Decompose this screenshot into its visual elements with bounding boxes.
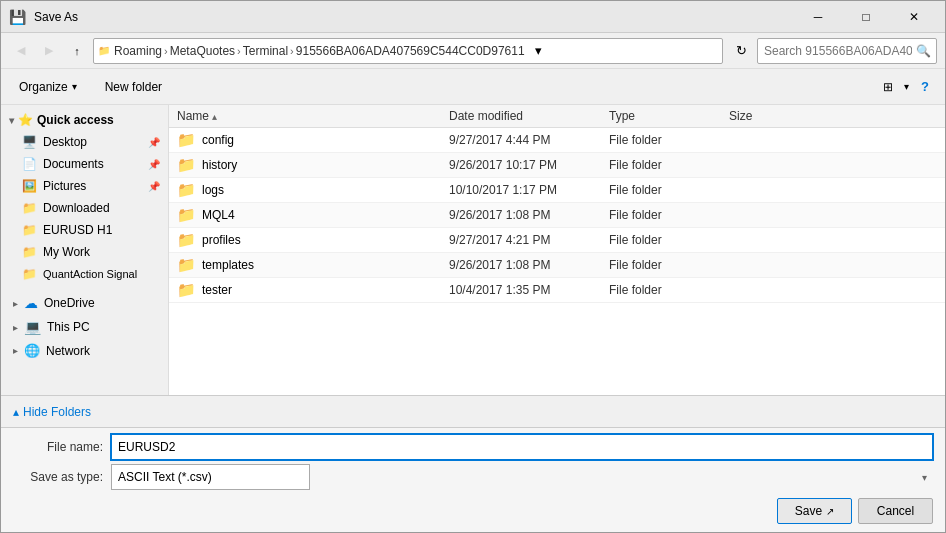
file-rows-container: 📁 config 9/27/2017 4:44 PM File folder 📁… <box>169 128 945 303</box>
folder-icon: 📁 <box>177 181 196 199</box>
up-button[interactable]: ↑ <box>65 39 89 63</box>
pin-icon-docs: 📌 <box>148 159 160 170</box>
sidebar-item-downloaded[interactable]: 📁 Downloaded <box>1 197 168 219</box>
savetype-select[interactable]: ASCII Text (*.csv) CSV (Comma delimited)… <box>111 464 310 490</box>
maximize-button[interactable]: □ <box>843 2 889 32</box>
forward-button[interactable]: ▶ <box>37 39 61 63</box>
table-row[interactable]: 📁 logs 10/10/2017 1:17 PM File folder <box>169 178 945 203</box>
file-type-cell: File folder <box>609 208 729 222</box>
cancel-label: Cancel <box>877 504 914 518</box>
hide-folders-button[interactable]: ▴ Hide Folders <box>13 405 91 419</box>
quick-access-star-icon: ⭐ <box>18 113 33 127</box>
close-button[interactable]: ✕ <box>891 2 937 32</box>
breadcrumb-metaquotes[interactable]: MetaQuotes <box>170 44 235 58</box>
file-name: tester <box>202 283 232 297</box>
breadcrumb-sep-1: › <box>164 45 168 57</box>
file-date-cell: 9/27/2017 4:21 PM <box>449 233 609 247</box>
thispc-label: This PC <box>47 320 90 334</box>
address-dropdown-button[interactable]: ▾ <box>529 39 549 63</box>
thispc-chevron: ▸ <box>13 322 18 333</box>
file-date-cell: 9/26/2017 1:08 PM <box>449 258 609 272</box>
table-row[interactable]: 📁 history 9/26/2017 10:17 PM File folder <box>169 153 945 178</box>
save-label: Save <box>795 504 822 518</box>
column-date[interactable]: Date modified <box>449 109 609 123</box>
search-container: 🔍 <box>757 38 937 64</box>
file-type-cell: File folder <box>609 158 729 172</box>
network-label: Network <box>46 344 90 358</box>
onedrive-icon: ☁ <box>24 295 38 311</box>
table-row[interactable]: 📁 config 9/27/2017 4:44 PM File folder <box>169 128 945 153</box>
breadcrumb-hash[interactable]: 915566BA06ADA407569C544CC0D97611 <box>296 44 525 58</box>
filename-input[interactable] <box>111 434 933 460</box>
column-size-label: Size <box>729 109 752 123</box>
quick-access-header[interactable]: ▾ ⭐ Quick access <box>1 109 168 131</box>
column-date-label: Date modified <box>449 109 523 123</box>
sidebar-thispc[interactable]: ▸ 💻 This PC <box>1 315 168 339</box>
search-input[interactable] <box>757 38 937 64</box>
action-buttons: Save ↗ Cancel <box>13 494 933 526</box>
onedrive-label: OneDrive <box>44 296 95 310</box>
breadcrumb-terminal[interactable]: Terminal <box>243 44 288 58</box>
filename-row: File name: <box>13 434 933 460</box>
sidebar-network[interactable]: ▸ 🌐 Network <box>1 339 168 362</box>
pictures-icon: 🖼️ <box>21 178 37 194</box>
refresh-button[interactable]: ↻ <box>729 39 753 63</box>
sidebar-item-desktop[interactable]: 🖥️ Desktop 📌 <box>1 131 168 153</box>
main-content: ▾ ⭐ Quick access 🖥️ Desktop 📌 📄 Document… <box>1 105 945 395</box>
breadcrumb-sep-2: › <box>237 45 241 57</box>
sidebar-mywork-label: My Work <box>43 245 90 259</box>
save-button[interactable]: Save ↗ <box>777 498 852 524</box>
table-row[interactable]: 📁 templates 9/26/2017 1:08 PM File folde… <box>169 253 945 278</box>
search-icon: 🔍 <box>916 44 931 58</box>
folder-icon-mywork: 📁 <box>21 244 37 260</box>
column-size[interactable]: Size <box>729 109 809 123</box>
sidebar-onedrive[interactable]: ▸ ☁ OneDrive <box>1 291 168 315</box>
table-row[interactable]: 📁 MQL4 9/26/2017 1:08 PM File folder <box>169 203 945 228</box>
file-name-cell: 📁 MQL4 <box>169 206 449 224</box>
savetype-row: Save as type: ASCII Text (*.csv) CSV (Co… <box>13 464 933 490</box>
cancel-button[interactable]: Cancel <box>858 498 933 524</box>
file-date-cell: 10/4/2017 1:35 PM <box>449 283 609 297</box>
savetype-wrapper: ASCII Text (*.csv) CSV (Comma delimited)… <box>111 464 933 490</box>
title-controls: ─ □ ✕ <box>795 2 937 32</box>
file-name-cell: 📁 logs <box>169 181 449 199</box>
organize-button[interactable]: Organize ▾ <box>9 74 87 100</box>
network-chevron: ▸ <box>13 345 18 356</box>
sidebar-quantaction-label: QuantAction Signal <box>43 268 137 280</box>
view-dropdown-arrow[interactable]: ▾ <box>902 79 911 94</box>
view-controls: ⊞ ▾ ? <box>876 75 937 99</box>
column-name[interactable]: Name ▴ <box>169 109 449 123</box>
sidebar-item-mywork[interactable]: 📁 My Work <box>1 241 168 263</box>
sidebar-documents-label: Documents <box>43 157 104 171</box>
view-toggle-button[interactable]: ⊞ <box>876 75 900 99</box>
sidebar-item-eurusd[interactable]: 📁 EURUSD H1 <box>1 219 168 241</box>
sidebar-item-quantaction[interactable]: 📁 QuantAction Signal <box>1 263 168 285</box>
table-row[interactable]: 📁 profiles 9/27/2017 4:21 PM File folder <box>169 228 945 253</box>
nav-icon: 📁 <box>98 45 110 56</box>
sidebar: ▾ ⭐ Quick access 🖥️ Desktop 📌 📄 Document… <box>1 105 169 395</box>
folder-icon: 📁 <box>177 156 196 174</box>
folder-icon: 📁 <box>177 256 196 274</box>
breadcrumb-roaming[interactable]: Roaming <box>114 44 162 58</box>
column-type[interactable]: Type <box>609 109 729 123</box>
file-name: config <box>202 133 234 147</box>
sidebar-item-pictures[interactable]: 🖼️ Pictures 📌 <box>1 175 168 197</box>
network-icon: 🌐 <box>24 343 40 358</box>
sidebar-pictures-label: Pictures <box>43 179 86 193</box>
onedrive-chevron: ▸ <box>13 298 18 309</box>
address-bar[interactable]: 📁 Roaming › MetaQuotes › Terminal › 9155… <box>93 38 723 64</box>
file-name: templates <box>202 258 254 272</box>
minimize-button[interactable]: ─ <box>795 2 841 32</box>
help-button[interactable]: ? <box>913 75 937 99</box>
new-folder-button[interactable]: New folder <box>95 74 172 100</box>
title-bar-left: 💾 Save As <box>9 9 78 25</box>
breadcrumb: Roaming › MetaQuotes › Terminal › 915566… <box>114 44 525 58</box>
sidebar-item-documents[interactable]: 📄 Documents 📌 <box>1 153 168 175</box>
folder-icon-quantaction: 📁 <box>21 266 37 282</box>
new-folder-label: New folder <box>105 80 162 94</box>
file-type-cell: File folder <box>609 283 729 297</box>
table-row[interactable]: 📁 tester 10/4/2017 1:35 PM File folder <box>169 278 945 303</box>
file-list: Name ▴ Date modified Type Size 📁 config <box>169 105 945 395</box>
back-button[interactable]: ◀ <box>9 39 33 63</box>
file-date-cell: 10/10/2017 1:17 PM <box>449 183 609 197</box>
